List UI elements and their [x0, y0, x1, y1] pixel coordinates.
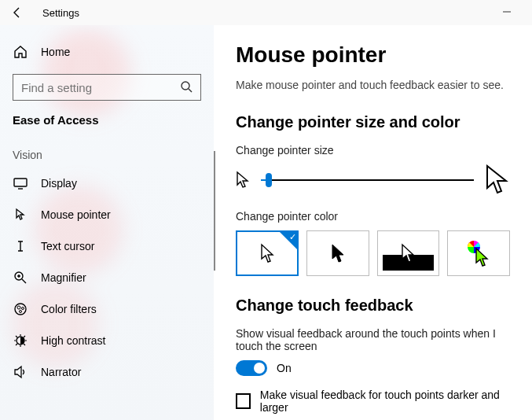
group-label-vision: Vision: [0, 138, 214, 168]
main-content: Mouse pointer Make mouse pointer and tou…: [214, 25, 532, 420]
nav-home[interactable]: Home: [0, 36, 214, 68]
pointer-color-custom[interactable]: [447, 230, 510, 276]
scroll-indicator[interactable]: [214, 151, 215, 271]
nav-item-label: Narrator: [41, 366, 81, 378]
nav-item-label: Magnifier: [41, 271, 86, 284]
search-box[interactable]: [13, 74, 201, 101]
narrator-icon: [13, 364, 28, 380]
nav-item-label: Mouse pointer: [41, 208, 111, 221]
svg-point-6: [20, 311, 22, 313]
svg-rect-1: [14, 179, 27, 186]
back-button[interactable]: [9, 5, 25, 20]
section-title: Ease of Access: [0, 113, 214, 127]
cursor-large-icon: [485, 164, 510, 196]
pointer-color-black[interactable]: [306, 230, 369, 276]
svg-point-4: [17, 306, 20, 309]
text-cursor-icon: [13, 238, 28, 254]
pointer-size-label: Change pointer size: [236, 144, 510, 157]
search-icon: [180, 80, 193, 95]
display-icon: [13, 175, 28, 191]
touch-desc: Show visual feedback around the touch po…: [236, 327, 510, 352]
pointer-color-inverted[interactable]: [377, 230, 440, 276]
pointer-size-slider[interactable]: [261, 171, 474, 190]
pointer-color-white[interactable]: ✓: [236, 230, 299, 276]
page-subtitle: Make mouse pointer and touch feedback ea…: [236, 79, 510, 91]
home-icon: [13, 44, 28, 60]
page-title: Mouse pointer: [236, 42, 510, 68]
nav-magnifier[interactable]: Magnifier: [0, 262, 214, 293]
magnifier-icon: [13, 270, 28, 286]
nav-item-label: Text cursor: [41, 240, 94, 252]
nav-item-label: Color filters: [41, 303, 97, 315]
search-input[interactable]: [21, 81, 180, 94]
darker-larger-checkbox[interactable]: [236, 393, 251, 409]
nav-display[interactable]: Display: [0, 168, 214, 199]
nav-item-label: High contrast: [41, 334, 105, 347]
nav-high-contrast[interactable]: High contrast: [0, 325, 214, 356]
check-icon: ✓: [289, 232, 296, 242]
cursor-small-icon: [236, 171, 250, 190]
mouse-pointer-icon: [13, 207, 28, 223]
pointer-color-label: Change pointer color: [236, 210, 510, 223]
nav-home-label: Home: [41, 46, 70, 58]
color-filters-icon: [13, 301, 28, 317]
app-title: Settings: [42, 7, 79, 19]
section-heading-size-color: Change pointer size and color: [236, 113, 510, 131]
svg-point-0: [182, 82, 189, 90]
nav-color-filters[interactable]: Color filters: [0, 293, 214, 325]
section-heading-touch: Change touch feedback: [236, 297, 510, 315]
nav-mouse-pointer[interactable]: Mouse pointer: [0, 199, 214, 230]
sidebar: Home Ease of Access Vision Display Mouse…: [0, 25, 214, 420]
nav-text-cursor[interactable]: Text cursor: [0, 230, 214, 262]
checkbox-label: Make visual feedback for touch points da…: [260, 389, 510, 414]
nav-item-label: Display: [41, 177, 77, 190]
nav-narrator[interactable]: Narrator: [0, 356, 214, 388]
toggle-state-label: On: [277, 362, 292, 374]
svg-point-5: [22, 308, 24, 310]
minimize-button[interactable]: [491, 6, 523, 19]
slider-thumb[interactable]: [266, 173, 272, 187]
high-contrast-icon: [13, 333, 28, 348]
touch-feedback-toggle[interactable]: [236, 360, 267, 376]
